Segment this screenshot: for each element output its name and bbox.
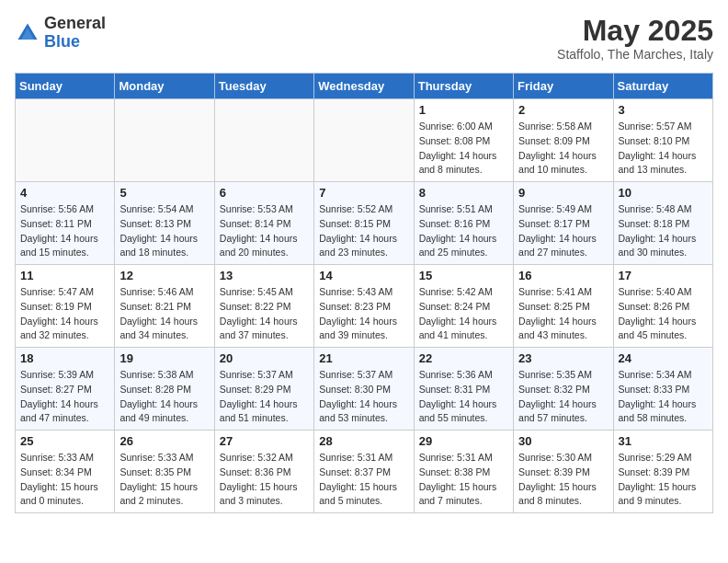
day-number: 9 (518, 186, 608, 200)
calendar-day-cell: 27Sunrise: 5:32 AMSunset: 8:36 PMDayligh… (214, 431, 313, 513)
logo-icon (15, 20, 40, 46)
day-info: Sunrise: 5:53 AMSunset: 8:14 PMDaylight:… (220, 202, 309, 260)
day-info: Sunrise: 5:38 AMSunset: 8:28 PMDaylight:… (119, 368, 209, 426)
day-info: Sunrise: 5:45 AMSunset: 8:22 PMDaylight:… (220, 285, 309, 343)
day-number: 21 (319, 351, 408, 365)
day-info: Sunrise: 5:30 AMSunset: 8:39 PMDaylight:… (518, 451, 608, 509)
day-info: Sunrise: 5:56 AMSunset: 8:11 PMDaylight:… (20, 202, 109, 260)
day-number: 13 (220, 269, 309, 282)
day-number: 12 (119, 269, 209, 282)
day-info: Sunrise: 5:31 AMSunset: 8:37 PMDaylight:… (319, 451, 408, 509)
day-number: 1 (419, 103, 508, 117)
day-number: 27 (220, 434, 309, 448)
calendar-header-saturday: Saturday (613, 74, 712, 99)
calendar-day-cell: 1Sunrise: 6:00 AMSunset: 8:08 PMDaylight… (414, 99, 513, 182)
calendar-day-cell: 29Sunrise: 5:31 AMSunset: 8:38 PMDayligh… (414, 431, 513, 513)
day-info: Sunrise: 5:32 AMSunset: 8:36 PMDaylight:… (220, 451, 309, 509)
day-number: 25 (20, 434, 109, 448)
logo-blue: Blue (44, 32, 80, 51)
day-info: Sunrise: 5:58 AMSunset: 8:09 PMDaylight:… (518, 120, 608, 178)
day-number: 2 (518, 103, 608, 117)
day-number: 20 (220, 351, 309, 365)
calendar-day-cell: 6Sunrise: 5:53 AMSunset: 8:14 PMDaylight… (214, 182, 313, 265)
calendar-day-cell (16, 99, 115, 182)
day-info: Sunrise: 5:57 AMSunset: 8:10 PMDaylight:… (619, 120, 708, 178)
month-title: May 2025 (557, 15, 713, 47)
day-info: Sunrise: 5:29 AMSunset: 8:39 PMDaylight:… (619, 451, 708, 509)
day-info: Sunrise: 5:41 AMSunset: 8:25 PMDaylight:… (518, 285, 608, 343)
day-info: Sunrise: 5:33 AMSunset: 8:35 PMDaylight:… (119, 451, 209, 509)
day-number: 14 (319, 269, 408, 282)
day-number: 7 (319, 186, 408, 200)
calendar-header-monday: Monday (115, 74, 214, 99)
calendar-week-row: 1Sunrise: 6:00 AMSunset: 8:08 PMDaylight… (16, 99, 713, 182)
day-info: Sunrise: 5:39 AMSunset: 8:27 PMDaylight:… (20, 368, 109, 426)
calendar-day-cell: 20Sunrise: 5:37 AMSunset: 8:29 PMDayligh… (214, 348, 313, 431)
day-info: Sunrise: 5:37 AMSunset: 8:29 PMDaylight:… (220, 368, 309, 426)
calendar-day-cell: 14Sunrise: 5:43 AMSunset: 8:23 PMDayligh… (314, 265, 414, 348)
calendar-day-cell: 30Sunrise: 5:30 AMSunset: 8:39 PMDayligh… (514, 431, 613, 513)
day-info: Sunrise: 5:47 AMSunset: 8:19 PMDaylight:… (20, 285, 109, 343)
calendar-week-row: 25Sunrise: 5:33 AMSunset: 8:34 PMDayligh… (16, 431, 713, 513)
day-info: Sunrise: 5:43 AMSunset: 8:23 PMDaylight:… (319, 285, 408, 343)
day-info: Sunrise: 5:33 AMSunset: 8:34 PMDaylight:… (20, 451, 109, 509)
day-number: 22 (419, 351, 508, 365)
day-number: 30 (518, 434, 608, 448)
calendar-day-cell: 21Sunrise: 5:37 AMSunset: 8:30 PMDayligh… (314, 348, 414, 431)
calendar-day-cell (314, 99, 414, 182)
calendar-day-cell: 31Sunrise: 5:29 AMSunset: 8:39 PMDayligh… (613, 431, 712, 513)
day-info: Sunrise: 5:40 AMSunset: 8:26 PMDaylight:… (619, 285, 708, 343)
page-header: General Blue May 2025 Staffolo, The Marc… (15, 15, 713, 62)
location-subtitle: Staffolo, The Marches, Italy (557, 47, 713, 62)
day-info: Sunrise: 5:31 AMSunset: 8:38 PMDaylight:… (419, 451, 508, 509)
calendar-day-cell: 23Sunrise: 5:35 AMSunset: 8:32 PMDayligh… (514, 348, 613, 431)
day-number: 4 (20, 186, 109, 200)
calendar-day-cell: 2Sunrise: 5:58 AMSunset: 8:09 PMDaylight… (514, 99, 613, 182)
day-info: Sunrise: 5:52 AMSunset: 8:15 PMDaylight:… (319, 202, 408, 260)
calendar-header-thursday: Thursday (414, 74, 513, 99)
calendar-day-cell (115, 99, 214, 182)
day-number: 26 (119, 434, 209, 448)
day-number: 28 (319, 434, 408, 448)
day-number: 23 (518, 351, 608, 365)
day-info: Sunrise: 6:00 AMSunset: 8:08 PMDaylight:… (419, 120, 508, 178)
day-number: 18 (20, 351, 109, 365)
day-info: Sunrise: 5:48 AMSunset: 8:18 PMDaylight:… (619, 202, 708, 260)
day-number: 29 (419, 434, 508, 448)
calendar-day-cell: 26Sunrise: 5:33 AMSunset: 8:35 PMDayligh… (115, 431, 214, 513)
day-info: Sunrise: 5:51 AMSunset: 8:16 PMDaylight:… (419, 202, 508, 260)
day-info: Sunrise: 5:34 AMSunset: 8:33 PMDaylight:… (619, 368, 708, 426)
calendar-day-cell: 9Sunrise: 5:49 AMSunset: 8:17 PMDaylight… (514, 182, 613, 265)
day-number: 6 (220, 186, 309, 200)
calendar-table: SundayMondayTuesdayWednesdayThursdayFrid… (15, 73, 713, 513)
calendar-day-cell: 7Sunrise: 5:52 AMSunset: 8:15 PMDaylight… (314, 182, 414, 265)
day-number: 11 (20, 269, 109, 282)
day-number: 5 (119, 186, 209, 200)
calendar-header-row: SundayMondayTuesdayWednesdayThursdayFrid… (16, 74, 713, 99)
calendar-day-cell: 12Sunrise: 5:46 AMSunset: 8:21 PMDayligh… (115, 265, 214, 348)
calendar-day-cell: 3Sunrise: 5:57 AMSunset: 8:10 PMDaylight… (613, 99, 712, 182)
calendar-day-cell: 25Sunrise: 5:33 AMSunset: 8:34 PMDayligh… (16, 431, 115, 513)
day-number: 17 (619, 269, 708, 282)
calendar-day-cell: 24Sunrise: 5:34 AMSunset: 8:33 PMDayligh… (613, 348, 712, 431)
calendar-day-cell: 11Sunrise: 5:47 AMSunset: 8:19 PMDayligh… (16, 265, 115, 348)
day-info: Sunrise: 5:35 AMSunset: 8:32 PMDaylight:… (518, 368, 608, 426)
calendar-header-friday: Friday (514, 74, 613, 99)
day-number: 8 (419, 186, 508, 200)
calendar-day-cell: 4Sunrise: 5:56 AMSunset: 8:11 PMDaylight… (16, 182, 115, 265)
calendar-header-sunday: Sunday (16, 74, 115, 99)
logo-text: General Blue (44, 15, 106, 52)
logo: General Blue (15, 15, 106, 52)
day-info: Sunrise: 5:42 AMSunset: 8:24 PMDaylight:… (419, 285, 508, 343)
calendar-day-cell: 18Sunrise: 5:39 AMSunset: 8:27 PMDayligh… (16, 348, 115, 431)
calendar-week-row: 18Sunrise: 5:39 AMSunset: 8:27 PMDayligh… (16, 348, 713, 431)
day-number: 16 (518, 269, 608, 282)
calendar-day-cell: 16Sunrise: 5:41 AMSunset: 8:25 PMDayligh… (514, 265, 613, 348)
calendar-day-cell: 17Sunrise: 5:40 AMSunset: 8:26 PMDayligh… (613, 265, 712, 348)
day-info: Sunrise: 5:46 AMSunset: 8:21 PMDaylight:… (119, 285, 209, 343)
day-number: 24 (619, 351, 708, 365)
calendar-day-cell: 28Sunrise: 5:31 AMSunset: 8:37 PMDayligh… (314, 431, 414, 513)
calendar-header-tuesday: Tuesday (214, 74, 313, 99)
day-number: 15 (419, 269, 508, 282)
calendar-day-cell: 10Sunrise: 5:48 AMSunset: 8:18 PMDayligh… (613, 182, 712, 265)
